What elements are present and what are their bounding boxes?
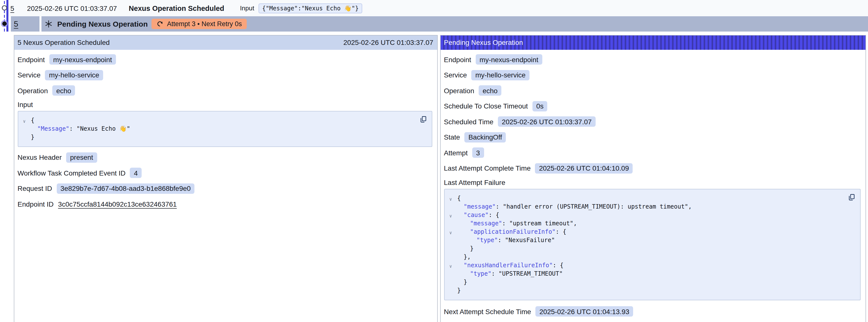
event-id-link[interactable]: 5 (10, 4, 14, 12)
field-value-badge: echo (52, 85, 75, 96)
json-key: "applicationFailureInfo" (470, 228, 556, 235)
chevron-down-icon[interactable]: ∨ (449, 229, 452, 237)
event-detail-view: 5 2025-02-26 UTC 01:03:37.07 Nexus Opera… (0, 0, 868, 322)
json-text: : "handler error (UPSTREAM_TIMEOUT): ups… (496, 203, 692, 210)
field-row: Request ID3e829b7e-7d67-4b08-aad3-b1e868… (18, 183, 432, 194)
field-label: Endpoint ID (18, 200, 54, 208)
pending-row-id-cell[interactable]: 5 (11, 16, 39, 32)
panel-header: 5 Nexus Operation Scheduled 2025-02-26 U… (14, 35, 437, 50)
json-text: : "NexusFailure" (498, 236, 555, 243)
panel-header-pending: Pending Nexus Operation (440, 35, 866, 50)
code-line: "message": "upstream timeout", (448, 219, 853, 228)
field-row: Schedule To Close Timeout0s (444, 101, 861, 111)
field-list: Endpointmy-nexus-endpointServicemy-hello… (444, 54, 861, 173)
chevron-down-icon[interactable]: ∨ (449, 195, 452, 203)
field-value-badge: BackingOff (464, 132, 506, 142)
panel-title: 5 Nexus Operation Scheduled (18, 38, 110, 46)
event-row-scheduled[interactable]: 5 2025-02-26 UTC 01:03:37.07 Nexus Opera… (8, 0, 868, 16)
json-text: } (457, 287, 461, 294)
code-line: "Message": "Nexus Echo 👋" (22, 125, 425, 133)
input-section-label: Input (18, 101, 432, 109)
field-label: Operation (444, 87, 474, 94)
field-value-badge: 2025-02-26 UTC 01:04:13.93 (535, 306, 633, 317)
code-line: "type": "NexusFailure" (448, 236, 853, 244)
event-row-pending[interactable]: Pending Nexus Operation Attempt 3 • Next… (41, 16, 868, 32)
field-label: Schedule To Close Timeout (444, 102, 528, 110)
field-label: Service (18, 71, 40, 79)
json-key: "Message" (37, 125, 69, 132)
code-line: ∨{ (448, 194, 853, 202)
field-row: Servicemy-hello-service (18, 69, 432, 80)
field-value-badge: 0s (532, 101, 548, 111)
code-line: ∨"cause": { (448, 211, 853, 219)
field-row: Endpointmy-nexus-endpoint (444, 54, 861, 65)
panel-timestamp: 2025-02-26 UTC 01:03:37.07 (343, 38, 433, 46)
field-value-link[interactable]: 3c0c75ccfa8144b092c13ce632463761 (58, 200, 177, 208)
chevron-down-icon[interactable]: ∨ (449, 262, 452, 270)
json-text: { (457, 195, 461, 201)
panel-body: Endpointmy-nexus-endpointServicemy-hello… (14, 50, 437, 209)
field-value-badge: my-hello-service (471, 70, 529, 80)
json-text: : "UPSTREAM_TIMEOUT" (492, 270, 563, 277)
code-line: ∨"nexusHandlerFailureInfo": { (448, 261, 853, 269)
field-label: Next Attempt Schedule Time (444, 308, 531, 315)
event-id-link[interactable]: 5 (14, 20, 18, 28)
field-value-badge: my-nexus-endpoint (49, 54, 116, 65)
field-value-badge: 2025-02-26 UTC 01:03:37.07 (498, 117, 596, 127)
field-value-badge: present (66, 152, 97, 162)
scheduled-detail-panel: 5 Nexus Operation Scheduled 2025-02-26 U… (13, 35, 438, 322)
event-time: 2025-02-26 UTC 01:03:37.07 (27, 4, 117, 12)
field-row: Next Attempt Schedule Time2025-02-26 UTC… (444, 306, 861, 317)
code-line: ∨"applicationFailureInfo": { (448, 228, 853, 236)
json-text: : "upstream timeout", (502, 220, 577, 227)
field-label: Endpoint (444, 56, 471, 63)
field-row: Endpointmy-nexus-endpoint (18, 54, 432, 65)
field-list: Endpointmy-nexus-endpointServicemy-hello… (18, 54, 432, 96)
json-key: "message" (464, 203, 496, 210)
field-label: Operation (18, 87, 48, 94)
json-key: "type" (470, 270, 492, 277)
code-line: ∨{ (22, 117, 425, 125)
json-text: : "Nexus Echo 👋" (69, 125, 130, 132)
field-value-badge: my-nexus-endpoint (476, 54, 542, 65)
json-viewer: ∨{"Message": "Nexus Echo 👋"} (22, 117, 425, 141)
attempt-retry-badge: Attempt 3 • Next Retry 0s (152, 19, 247, 29)
input-value-badge[interactable]: {"Message":"Nexus Echo 👋"} (258, 3, 362, 13)
chevron-down-icon[interactable]: ∨ (23, 117, 26, 126)
json-text: : { (553, 262, 563, 268)
circle-filled-icon[interactable] (2, 22, 7, 26)
field-label: Nexus Header (18, 153, 62, 161)
field-value-badge: 4 (130, 168, 142, 178)
field-label: Request ID (18, 185, 52, 192)
field-row: StateBackingOff (444, 132, 861, 142)
field-row: Operationecho (18, 85, 432, 96)
code-line: "message": "handler error (UPSTREAM_TIME… (448, 202, 853, 211)
circle-outline-icon[interactable] (2, 6, 7, 10)
field-label: Scheduled Time (444, 118, 493, 126)
field-label: State (444, 133, 460, 141)
json-key: "cause" (464, 211, 489, 218)
json-key: "type" (476, 236, 498, 243)
retry-icon (157, 20, 164, 28)
attempt-retry-text: Attempt 3 • Next Retry 0s (167, 20, 242, 28)
field-row: Nexus Headerpresent (18, 152, 432, 163)
json-text: } (464, 278, 467, 285)
json-text: }, (464, 253, 471, 260)
field-label: Workflow Task Completed Event ID (18, 169, 126, 177)
code-line: } (22, 133, 425, 141)
json-text: : { (556, 228, 566, 235)
field-list: Next Attempt Schedule Time2025-02-26 UTC… (444, 306, 861, 317)
code-line: } (448, 278, 853, 286)
field-list: Nexus HeaderpresentWorkflow Task Complet… (18, 152, 432, 209)
input-label: Input (240, 4, 254, 12)
json-key: "nexusHandlerFailureInfo" (464, 262, 553, 268)
failure-json-block: ∨{"message": "handler error (UPSTREAM_TI… (444, 189, 861, 300)
field-value-badge: echo (479, 85, 502, 96)
field-row: Attempt3 (444, 147, 861, 158)
field-row: Operationecho (444, 85, 861, 96)
json-viewer: ∨{"message": "handler error (UPSTREAM_TI… (448, 194, 853, 295)
chevron-down-icon[interactable]: ∨ (449, 212, 452, 220)
json-text: { (31, 117, 34, 124)
panel-body: Endpointmy-nexus-endpointServicemy-hello… (440, 50, 866, 317)
json-key: "message" (470, 220, 502, 227)
